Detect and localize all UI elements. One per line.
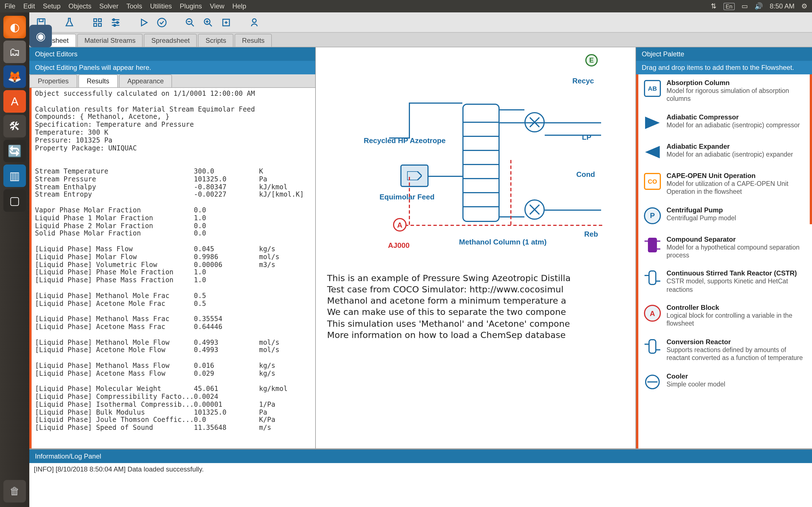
- menu-file[interactable]: File: [4, 2, 15, 10]
- zoom-in-button[interactable]: [202, 16, 214, 29]
- grid-button[interactable]: [91, 16, 104, 29]
- inspector-button[interactable]: [248, 16, 260, 29]
- palette-item-desc: Simple cooler model: [666, 380, 806, 388]
- svg-rect-2: [94, 18, 97, 21]
- clock[interactable]: 8:50 AM: [770, 2, 795, 10]
- palette-item[interactable]: Conversion ReactorSupports reactions def…: [638, 334, 812, 368]
- palette-item-desc: Centrifugal Pump model: [666, 214, 806, 222]
- log-title: Information/Log Panel: [29, 450, 812, 463]
- palette-item[interactable]: PCentrifugal PumpCentrifugal Pump model: [638, 202, 812, 231]
- palette-item[interactable]: CoolerSimple cooler model: [638, 368, 812, 397]
- palette-item-desc: Model for an adiabatic (isentropic) comp…: [666, 121, 806, 129]
- adjust-node[interactable]: A: [393, 218, 407, 231]
- tab-results[interactable]: Results: [235, 34, 272, 47]
- palette-item-desc: Model for utilization of a CAPE-OPEN Uni…: [666, 180, 806, 196]
- object-palette-panel: Object Palette Drag and drop items to ad…: [636, 47, 812, 448]
- network-icon[interactable]: ⇅: [711, 2, 716, 10]
- palette-item-title: Cooler: [666, 372, 806, 380]
- dash-icon[interactable]: ◐: [3, 16, 26, 38]
- svg-rect-30: [649, 271, 656, 285]
- menu-setup[interactable]: Setup: [43, 2, 61, 10]
- subtab-results[interactable]: Results: [78, 74, 117, 87]
- tab-scripts[interactable]: Scripts: [198, 34, 234, 47]
- palette-item[interactable]: Adiabatic CompressorModel for an adiabat…: [638, 109, 812, 138]
- menu-plugins[interactable]: Plugins: [180, 2, 202, 10]
- svg-marker-12: [142, 19, 147, 25]
- palette-item-title: Absorption Column: [666, 79, 806, 87]
- svg-rect-26: [648, 237, 657, 252]
- terminal-icon[interactable]: ▢: [3, 189, 26, 212]
- firefox-icon[interactable]: 🦊: [3, 65, 26, 88]
- palette-item-desc: Logical block for controlling a variable…: [666, 312, 806, 328]
- label-recycle-top: Recyc: [572, 76, 594, 85]
- subtab-appearance[interactable]: Appearance: [119, 74, 172, 87]
- palette-list[interactable]: ABAbsorption ColumnModel for rigorous si…: [636, 74, 812, 448]
- unity-launcher: ◐ 🗂 🦊 A 🛠 🔄 ▥ ▢ ◉ 🗑: [0, 12, 29, 507]
- palette-item-icon: [643, 270, 662, 289]
- palette-subtitle: Drag and drop items to add them to the F…: [636, 61, 812, 74]
- svg-line-15: [192, 24, 194, 26]
- menu-edit[interactable]: Edit: [23, 2, 35, 10]
- app-icon[interactable]: ◉: [29, 25, 52, 47]
- palette-item[interactable]: COCAPE-OPEN Unit OperationModel for util…: [638, 167, 812, 202]
- menu-view[interactable]: View: [210, 2, 224, 10]
- palette-item[interactable]: ABAbsorption ColumnModel for rigorous si…: [638, 74, 812, 109]
- palette-item[interactable]: Compound SeparatorModel for a hypothetic…: [638, 231, 812, 265]
- language-indicator[interactable]: En: [723, 3, 734, 10]
- palette-item-icon: P: [643, 206, 662, 225]
- palette-item-title: Adiabatic Compressor: [666, 113, 806, 121]
- label-cond: Cond: [576, 170, 595, 179]
- software-center-icon[interactable]: A: [3, 90, 26, 113]
- palette-item-icon: A: [643, 304, 662, 323]
- palette-item-desc: Model for an adiabatic (isentropic) expa…: [666, 151, 806, 159]
- recycle-node[interactable]: E: [585, 54, 598, 66]
- palette-item-title: Controller Block: [666, 304, 806, 312]
- distillation-column[interactable]: [462, 104, 500, 222]
- play-button[interactable]: [138, 16, 150, 29]
- updater-icon[interactable]: 🔄: [3, 140, 26, 162]
- sliders-button[interactable]: [109, 16, 122, 29]
- object-editors-subtitle: Object Editing Panels will appear here.: [29, 61, 315, 74]
- settings-icon[interactable]: 🛠: [3, 115, 26, 137]
- palette-item-desc: Supports reactions defined by amounts of…: [666, 346, 806, 362]
- log-body[interactable]: [INFO] [8/10/2018 8:50:04 AM] Data loade…: [29, 463, 812, 507]
- zoom-fit-button[interactable]: [220, 16, 232, 29]
- log-panel: Information/Log Panel [INFO] [8/10/2018 …: [29, 448, 812, 507]
- svg-line-18: [209, 24, 212, 26]
- editor-subtabs: Properties Results Appearance: [29, 74, 315, 88]
- check-button[interactable]: [156, 16, 168, 29]
- results-text-pane[interactable]: Object successfully calculated on 1/1/00…: [29, 88, 315, 448]
- palette-item-title: Centrifugal Pump: [666, 206, 806, 214]
- flowsheet-canvas[interactable]: E Recyc: [316, 47, 636, 448]
- document-tabs: Flowsheet Material Streams Spreadsheet S…: [29, 33, 812, 47]
- palette-item-icon: [643, 143, 662, 162]
- svg-rect-3: [98, 18, 101, 21]
- reboiler-icon[interactable]: [524, 200, 545, 220]
- zoom-out-button[interactable]: [184, 16, 196, 29]
- object-editors-panel: Object Editors Object Editing Panels wil…: [29, 47, 316, 448]
- feed-block[interactable]: [400, 165, 428, 187]
- trash-icon[interactable]: 🗑: [3, 480, 26, 503]
- dwsim-icon[interactable]: ▥: [3, 165, 26, 187]
- flowsheet-description: This is an example of Pressure Swing Aze…: [327, 273, 636, 341]
- menu-tools[interactable]: Tools: [126, 2, 142, 10]
- files-icon[interactable]: 🗂: [3, 41, 26, 63]
- volume-icon[interactable]: 🔊: [755, 2, 763, 10]
- tab-spreadsheet[interactable]: Spreadsheet: [144, 34, 197, 47]
- menu-help[interactable]: Help: [232, 2, 246, 10]
- menu-solver[interactable]: Solver: [99, 2, 118, 10]
- application-window: Flowsheet Material Streams Spreadsheet S…: [29, 12, 812, 507]
- menu-objects[interactable]: Objects: [68, 2, 91, 10]
- subtab-properties[interactable]: Properties: [29, 74, 77, 87]
- palette-item[interactable]: Adiabatic ExpanderModel for an adiabatic…: [638, 138, 812, 167]
- palette-item-icon: AB: [643, 79, 662, 98]
- flask-button[interactable]: [63, 16, 75, 29]
- battery-icon[interactable]: ▭: [742, 2, 748, 10]
- palette-item[interactable]: AController BlockLogical block for contr…: [638, 299, 812, 334]
- menu-utilities[interactable]: Utilities: [150, 2, 172, 10]
- gear-icon[interactable]: ⚙: [801, 2, 808, 10]
- tab-material-streams[interactable]: Material Streams: [77, 34, 143, 47]
- label-column: Methanol Column (1 atm): [459, 238, 547, 246]
- palette-item-desc: Model for a hypothetical compound separa…: [666, 243, 806, 260]
- palette-item[interactable]: Continuous Stirred Tank Reactor (CSTR)CS…: [638, 265, 812, 299]
